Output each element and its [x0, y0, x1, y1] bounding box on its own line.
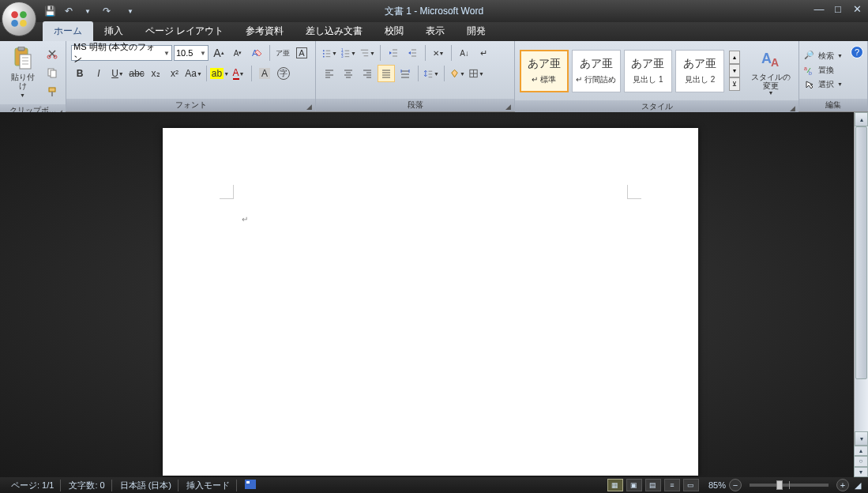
prev-page-button[interactable]: ▴ [854, 446, 868, 456]
style-no-spacing[interactable]: あア亜↵ 行間詰め [572, 50, 621, 92]
view-full-screen[interactable]: ▣ [626, 479, 642, 491]
align-right-button[interactable] [359, 65, 376, 82]
shading-button[interactable]: ▼ [449, 65, 466, 82]
paste-button[interactable]: 貼り付け▼ [5, 44, 40, 101]
redo-button[interactable]: ↷ [100, 4, 114, 18]
office-button[interactable] [2, 2, 36, 36]
italic-button[interactable]: I [90, 65, 107, 82]
bullets-button[interactable]: ▼ [321, 44, 338, 62]
undo-button[interactable]: ↶ [62, 4, 76, 18]
style-scroll-up[interactable]: ▴ [729, 51, 740, 64]
minimize-button[interactable]: — [813, 3, 825, 15]
numbering-button[interactable]: 123▼ [340, 44, 357, 62]
asian-layout-button[interactable]: ✕▼ [430, 44, 447, 62]
tab-home[interactable]: ホーム [43, 21, 93, 41]
tab-review[interactable]: 校閲 [374, 21, 415, 41]
clear-format-button[interactable]: A [248, 44, 265, 62]
align-left-button[interactable] [321, 65, 338, 82]
tab-page-layout[interactable]: ページ レイアウト [134, 21, 235, 41]
svg-point-2 [11, 20, 18, 27]
quick-access-toolbar: 💾 ↶ ▼ ↷ ▼ [43, 4, 137, 18]
tab-developer[interactable]: 開発 [456, 21, 497, 41]
distribute-button[interactable] [396, 65, 414, 82]
format-painter-button[interactable] [43, 83, 61, 100]
borders-button[interactable]: ▼ [468, 65, 485, 82]
scroll-thumb[interactable] [855, 126, 867, 379]
cut-button[interactable] [43, 45, 61, 62]
grow-font-button[interactable]: A▴ [210, 44, 227, 62]
tab-insert[interactable]: 挿入 [93, 21, 134, 41]
replace-button[interactable]: ab置換 [802, 64, 844, 77]
scroll-down-button[interactable]: ▾ [855, 431, 868, 446]
svg-text:A: A [771, 56, 779, 69]
zoom-level[interactable]: 85% [708, 480, 726, 490]
bold-button[interactable]: B [71, 65, 88, 82]
save-button[interactable]: 💾 [43, 4, 57, 18]
subscript-button[interactable]: x₂ [147, 65, 164, 82]
style-gallery-expand[interactable]: ⊻ [729, 77, 740, 91]
maximize-button[interactable]: □ [832, 3, 844, 15]
zoom-slider-knob[interactable] [776, 480, 783, 490]
select-button[interactable]: 選択▼ [802, 78, 844, 91]
style-heading2[interactable]: あア亜見出し 2 [675, 50, 724, 92]
style-normal[interactable]: あア亜↵ 標準 [520, 50, 569, 92]
change-case-button[interactable]: Aa▼ [185, 65, 202, 82]
zoom-out-button[interactable]: − [729, 479, 742, 491]
status-insert-mode[interactable]: 挿入モード [180, 480, 237, 491]
document-page[interactable]: ↵ [163, 128, 698, 476]
multilevel-button[interactable]: ▼ [359, 44, 376, 62]
paragraph-launcher[interactable]: ◢ [503, 100, 513, 110]
zoom-slider[interactable] [750, 484, 829, 487]
tab-mailings[interactable]: 差し込み文書 [295, 21, 374, 41]
font-name-combo[interactable]: MS 明朝 (本文のフォン▼ [71, 45, 172, 61]
zoom-in-button[interactable]: + [836, 479, 849, 491]
char-shading-button[interactable]: A [256, 65, 273, 82]
underline-button[interactable]: U▼ [109, 65, 126, 82]
status-page[interactable]: ページ: 1/1 [5, 480, 61, 491]
align-justify-button[interactable] [378, 65, 395, 82]
enclose-char-button[interactable]: 字 [275, 65, 292, 82]
phonetic-guide-button[interactable]: ア亜 [274, 44, 291, 62]
styles-launcher[interactable]: ◢ [787, 102, 797, 111]
view-draft[interactable]: ▭ [683, 479, 699, 491]
svg-text:b: b [809, 70, 812, 76]
font-launcher[interactable]: ◢ [304, 100, 314, 110]
decrease-indent-button[interactable] [385, 44, 402, 62]
close-button[interactable]: ✕ [851, 3, 863, 15]
tab-view[interactable]: 表示 [415, 21, 456, 41]
vertical-scrollbar[interactable]: ▴ ▾ [854, 112, 868, 446]
sort-button[interactable]: A↓ [456, 44, 473, 62]
view-web-layout[interactable]: ▤ [645, 479, 661, 491]
font-color-button[interactable]: A▼ [230, 65, 247, 82]
change-styles-button[interactable]: AA スタイルの 変更 ▼ [748, 44, 794, 97]
next-page-button[interactable]: ▾ [854, 467, 868, 477]
find-icon: 🔎 [804, 51, 815, 62]
char-border-button[interactable]: A [293, 44, 310, 62]
font-size-combo[interactable]: 10.5▼ [174, 45, 209, 61]
align-center-button[interactable] [340, 65, 357, 82]
undo-dropdown[interactable]: ▼ [81, 4, 95, 18]
highlight-button[interactable]: ab▼ [211, 65, 228, 82]
style-heading1[interactable]: あア亜見出し 1 [624, 50, 673, 92]
group-clipboard: 貼り付け▼ クリップボ…◢ [0, 41, 66, 111]
strike-button[interactable]: abc [128, 65, 145, 82]
browse-select-button[interactable]: ○ [854, 456, 868, 466]
scroll-up-button[interactable]: ▴ [855, 112, 868, 126]
qat-customize[interactable]: ▼ [123, 4, 137, 18]
change-styles-icon: AA [758, 46, 783, 71]
status-word-count[interactable]: 文字数: 0 [62, 480, 111, 491]
copy-button[interactable] [43, 64, 61, 81]
status-language[interactable]: 日本語 (日本) [114, 480, 178, 491]
superscript-button[interactable]: x² [166, 65, 183, 82]
view-outline[interactable]: ≡ [664, 479, 680, 491]
view-print-layout[interactable]: ▦ [607, 479, 623, 491]
tab-references[interactable]: 参考資料 [235, 21, 295, 41]
status-macro[interactable] [239, 480, 262, 491]
style-scroll-down[interactable]: ▾ [729, 64, 740, 77]
line-spacing-button[interactable]: ▼ [423, 65, 440, 82]
status-resize-grip[interactable]: ◢ [852, 480, 863, 491]
shrink-font-button[interactable]: A▾ [229, 44, 246, 62]
find-button[interactable]: 🔎検索▼ [802, 50, 844, 62]
show-marks-button[interactable]: ↵ [475, 44, 492, 62]
increase-indent-button[interactable] [404, 44, 421, 62]
